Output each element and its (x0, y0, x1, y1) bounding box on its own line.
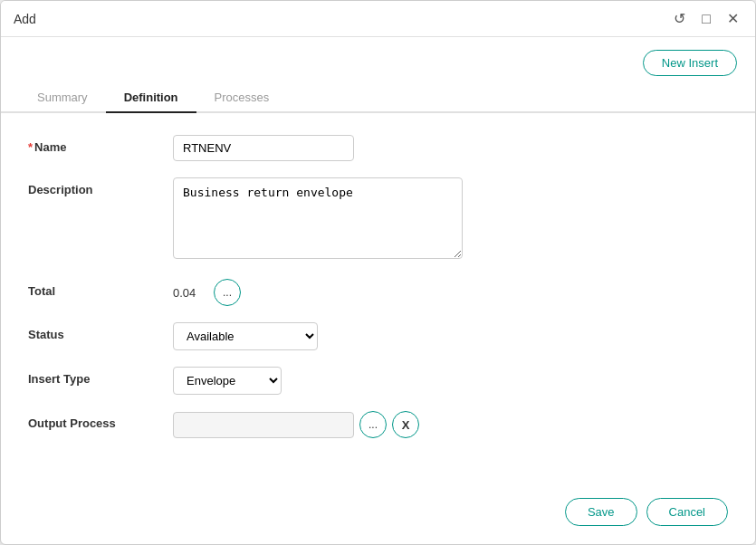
status-row: Status Available Inactive (28, 322, 728, 350)
output-process-clear-button[interactable]: X (392, 411, 419, 438)
name-label: *Name (28, 135, 173, 154)
insert-type-row: Insert Type Envelope Flyer Letter (28, 367, 728, 395)
main-window: Add ↺ □ ✕ New Insert Summary Definition … (0, 0, 756, 545)
tab-definition[interactable]: Definition (106, 83, 196, 113)
status-control: Available Inactive (173, 322, 728, 350)
new-insert-button[interactable]: New Insert (643, 50, 737, 76)
close-icon: ✕ (727, 10, 739, 27)
name-input[interactable] (173, 135, 354, 161)
total-browse-button[interactable]: ... (214, 279, 241, 306)
status-label: Status (28, 322, 173, 341)
title-bar-controls: ↺ □ ✕ (670, 8, 742, 29)
name-row: *Name (28, 135, 728, 161)
tab-processes[interactable]: Processes (196, 83, 288, 113)
output-process-input[interactable] (173, 412, 354, 438)
window-title: Add (14, 12, 36, 26)
insert-type-control: Envelope Flyer Letter (173, 367, 728, 395)
output-process-label: Output Process (28, 411, 173, 430)
total-control: 0.04 ... (173, 279, 728, 306)
maximize-button[interactable]: □ (698, 9, 714, 29)
total-label: Total (28, 279, 173, 298)
description-row: Description Business return envelope (28, 177, 728, 263)
tab-summary[interactable]: Summary (19, 83, 106, 113)
title-bar: Add ↺ □ ✕ (1, 1, 755, 37)
form-content: *Name Description Business return envelo… (1, 113, 755, 489)
total-value: 0.04 (173, 286, 205, 300)
refresh-button[interactable]: ↺ (670, 8, 689, 29)
output-process-control: ... X (173, 411, 728, 438)
maximize-icon: □ (702, 11, 711, 27)
insert-type-select[interactable]: Envelope Flyer Letter (173, 367, 282, 395)
description-label: Description (28, 177, 173, 196)
required-indicator: * (28, 140, 33, 154)
toolbar: New Insert (1, 37, 755, 83)
name-control (173, 135, 728, 161)
description-control: Business return envelope (173, 177, 728, 263)
total-row: Total 0.04 ... (28, 279, 728, 306)
output-process-row: Output Process ... X (28, 411, 728, 438)
status-select[interactable]: Available Inactive (173, 322, 318, 350)
insert-type-label: Insert Type (28, 367, 173, 386)
footer: Save Cancel (1, 489, 755, 544)
output-process-browse-button[interactable]: ... (359, 411, 387, 438)
close-button[interactable]: ✕ (723, 8, 742, 29)
tabs-bar: Summary Definition Processes (1, 83, 755, 113)
cancel-button[interactable]: Cancel (646, 498, 728, 526)
description-input[interactable]: Business return envelope (173, 177, 463, 259)
save-button[interactable]: Save (565, 498, 637, 526)
refresh-icon: ↺ (674, 10, 685, 27)
